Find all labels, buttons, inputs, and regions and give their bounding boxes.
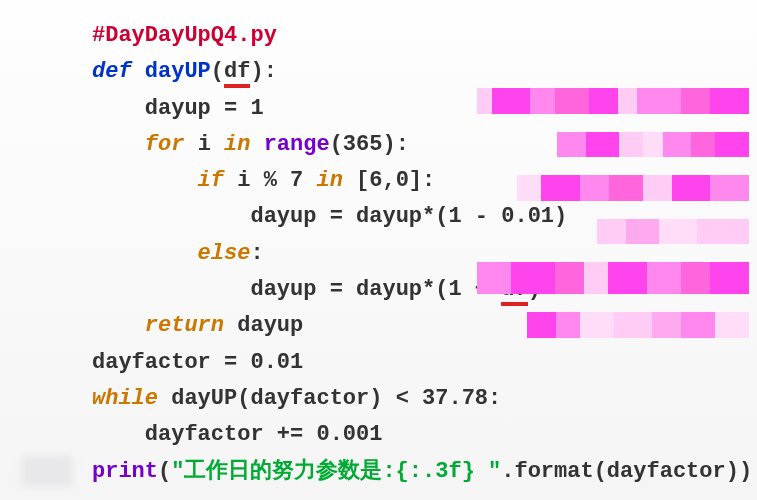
censored-region <box>477 88 757 338</box>
code-line-10: dayfactor = 0.01 <box>92 345 757 381</box>
return-val: dayup <box>237 313 303 338</box>
expr-pre: dayup = dayup*(1 + <box>92 277 501 302</box>
keyword-in: in <box>316 168 356 193</box>
assignment: dayfactor = 0.01 <box>92 350 303 375</box>
format-call: .format(dayfactor)) <box>501 459 752 484</box>
comment: #DayDayUpQ4.py <box>92 23 277 48</box>
builtin-print: print <box>92 459 158 484</box>
paren-open: ( <box>211 59 224 84</box>
code-line-12: dayfactor += 0.001 <box>92 417 757 453</box>
builtin-range: range <box>264 132 330 157</box>
paren-close: ): <box>250 59 276 84</box>
range-args: (365): <box>330 132 409 157</box>
loop-var: i <box>198 132 224 157</box>
list-literal: [6,0]: <box>356 168 435 193</box>
code-line-11: while dayUP(dayfactor) < 37.78: <box>92 381 757 417</box>
code-line-2: def dayUP(df): <box>92 54 757 90</box>
keyword-while: while <box>92 386 171 411</box>
condition: dayUP(dayfactor) < 37.78: <box>171 386 501 411</box>
string-literal: "工作日的努力参数是:{:.3f} " <box>171 459 501 484</box>
keyword-def: def <box>92 59 145 84</box>
function-name: dayUP <box>145 59 211 84</box>
keyword-in: in <box>224 132 264 157</box>
blur-region <box>22 456 72 486</box>
assignment: dayfactor += 0.001 <box>92 422 382 447</box>
param-df: df <box>224 59 250 84</box>
colon: : <box>250 241 263 266</box>
keyword-for: for <box>92 132 198 157</box>
keyword-if: if <box>92 168 237 193</box>
code-line-1: #DayDayUpQ4.py <box>92 18 757 54</box>
keyword-else: else <box>92 241 250 266</box>
paren-open: ( <box>158 459 171 484</box>
condition: i % 7 <box>237 168 316 193</box>
code-line-13: print("工作日的努力参数是:{:.3f} ".format(dayfact… <box>92 454 757 490</box>
assignment: dayup = 1 <box>92 96 264 121</box>
keyword-return: return <box>92 313 237 338</box>
